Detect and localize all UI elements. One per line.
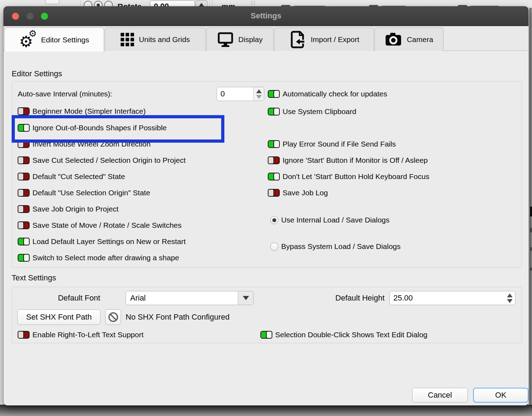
- spinner-buttons[interactable]: [253, 87, 264, 101]
- toggle-knob: [18, 189, 24, 197]
- toggle-label: Beginner Mode (Simpler Interface): [32, 107, 146, 115]
- spinner-buttons[interactable]: [504, 291, 515, 305]
- tab-camera[interactable]: Camera: [375, 28, 443, 51]
- toggle-switch[interactable]: [18, 156, 30, 164]
- toggle-label: Load Default Layer Settings on New or Re…: [32, 237, 186, 246]
- text-settings-heading: Text Settings: [12, 273, 56, 283]
- toggle-switch[interactable]: [268, 173, 280, 180]
- shx-status-text: No SHX Font Path Configured: [126, 313, 230, 322]
- toggle-knob: [273, 173, 280, 180]
- toggle-knob: [273, 108, 280, 115]
- toggle-label: Play Error Sound if File Send Fails: [283, 140, 396, 148]
- toggle-switch[interactable]: [18, 221, 30, 229]
- toggle-row: Enable Right-To-Left Text Support: [18, 329, 144, 341]
- editor-settings-heading: Editor Settings: [12, 69, 62, 78]
- combo-dropdown-button[interactable]: [238, 291, 253, 305]
- window-title: Settings: [4, 11, 528, 20]
- toggle-label: Save State of Move / Rotate / Scale Swit…: [32, 221, 182, 230]
- spin-down-icon[interactable]: [256, 95, 262, 99]
- toggle-knob: [266, 331, 272, 339]
- toggle-switch[interactable]: [268, 90, 280, 98]
- toggle-switch[interactable]: [18, 173, 30, 180]
- toggle-knob: [18, 107, 24, 115]
- set-shx-font-path-button[interactable]: Set SHX Font Path: [17, 309, 101, 325]
- toggle-row: Use System Clipboard: [268, 106, 356, 118]
- toggle-switch[interactable]: [18, 107, 30, 115]
- tab-label: Import / Export: [311, 35, 359, 44]
- toggle-label: Ignore Out-of-Bounds Shapes if Possible: [32, 124, 167, 132]
- camera-icon: [385, 32, 402, 47]
- default-height-value[interactable]: 25.00: [390, 291, 504, 305]
- toggle-knob: [23, 238, 30, 245]
- tab-display[interactable]: Display: [206, 28, 273, 51]
- prohibition-icon: [108, 311, 119, 323]
- tab-label: Units and Grids: [139, 35, 190, 44]
- autosave-value[interactable]: 0: [217, 87, 253, 101]
- toggle-row: Save Job Origin to Project: [18, 203, 119, 215]
- toggle-knob: [18, 331, 24, 339]
- shx-clear-button[interactable]: [105, 309, 121, 325]
- spin-down-icon[interactable]: [507, 299, 513, 303]
- ok-button[interactable]: OK: [473, 388, 528, 403]
- toggle-switch[interactable]: [18, 254, 30, 262]
- toggle-switch[interactable]: [18, 205, 30, 213]
- autosave-spinner[interactable]: 0: [217, 87, 264, 101]
- background-right-panel: [530, 8, 532, 416]
- cancel-button[interactable]: Cancel: [412, 388, 468, 403]
- chevron-down-icon: [243, 296, 249, 300]
- toggle-label: Don't Let 'Start' Button Hold Keyboard F…: [283, 172, 429, 181]
- toggle-row: Don't Let 'Start' Button Hold Keyboard F…: [268, 171, 429, 183]
- tab-bar: ⚙⚙ Editor Settings Units and Grids Displ…: [4, 27, 528, 51]
- display-icon: [217, 31, 234, 48]
- toggle-switch[interactable]: [18, 124, 30, 132]
- tab-units-and-grids[interactable]: Units and Grids: [105, 28, 206, 51]
- toggle-row: Default "Use Selection Origin" State: [18, 187, 150, 199]
- radio-button[interactable]: [270, 216, 278, 224]
- toggle-switch[interactable]: [268, 189, 280, 197]
- toggle-row: Automatically check for updates: [268, 88, 387, 100]
- toggle-switch[interactable]: [260, 331, 272, 339]
- toggle-knob: [18, 140, 24, 148]
- toggle-row: Default "Cut Selected" State: [18, 171, 125, 183]
- default-font-select[interactable]: Arial: [126, 291, 254, 305]
- toggle-switch[interactable]: [268, 108, 280, 115]
- tab-editor-settings[interactable]: ⚙⚙ Editor Settings: [4, 28, 104, 52]
- radio-button[interactable]: [270, 243, 278, 251]
- toggle-label: Save Cut Selected / Selection Origin to …: [32, 156, 186, 165]
- spin-up-icon[interactable]: [507, 293, 513, 297]
- toggle-switch[interactable]: [18, 140, 30, 148]
- toggle-switch[interactable]: [18, 238, 30, 245]
- spin-up-icon[interactable]: [256, 89, 262, 93]
- background-field-fragment: [45, 0, 59, 4]
- toggle-switch[interactable]: [268, 156, 280, 164]
- toggle-row: Switch to Select mode after drawing a sh…: [18, 252, 179, 264]
- tab-label: Camera: [407, 35, 433, 44]
- toggle-knob: [273, 140, 280, 148]
- toggle-switch[interactable]: [18, 331, 30, 339]
- toggle-label: Enable Right-To-Left Text Support: [32, 331, 144, 339]
- toggle-switch[interactable]: [268, 140, 280, 148]
- toggle-knob: [273, 90, 280, 98]
- screen: Rotate 0.00 mm Settings: [0, 0, 532, 416]
- tab-label: Editor Settings: [41, 36, 89, 44]
- default-font-value[interactable]: Arial: [126, 291, 238, 305]
- toggle-row: Save Cut Selected / Selection Origin to …: [18, 154, 186, 166]
- toggle-label: Invert Mouse Wheel Zoom Direction: [32, 140, 151, 148]
- toggle-knob: [23, 254, 30, 262]
- background-bottom-shadow: [0, 405, 532, 416]
- gears-icon: ⚙⚙: [19, 32, 36, 48]
- autosave-label: Auto-save Interval (minutes):: [18, 90, 112, 98]
- tab-import-export[interactable]: Import / Export: [274, 28, 374, 51]
- toggle-row: Save Job Log: [268, 187, 328, 199]
- toggle-label: Use System Clipboard: [283, 107, 356, 116]
- settings-dialog: Settings ⚙⚙ Editor Settings Units and Gr…: [4, 6, 528, 405]
- toggle-knob: [23, 124, 30, 132]
- default-height-spinner[interactable]: 25.00: [389, 291, 515, 305]
- toggle-switch[interactable]: [18, 189, 30, 197]
- toggle-row: Selection Double-Click Shows Text Edit D…: [260, 329, 427, 341]
- toggle-knob: [18, 173, 24, 180]
- dialog-titlebar[interactable]: Settings: [4, 6, 528, 26]
- toggle-row: Ignore Out-of-Bounds Shapes if Possible: [18, 122, 167, 134]
- toggle-knob: [18, 156, 24, 164]
- toggle-label: Default "Cut Selected" State: [32, 172, 125, 181]
